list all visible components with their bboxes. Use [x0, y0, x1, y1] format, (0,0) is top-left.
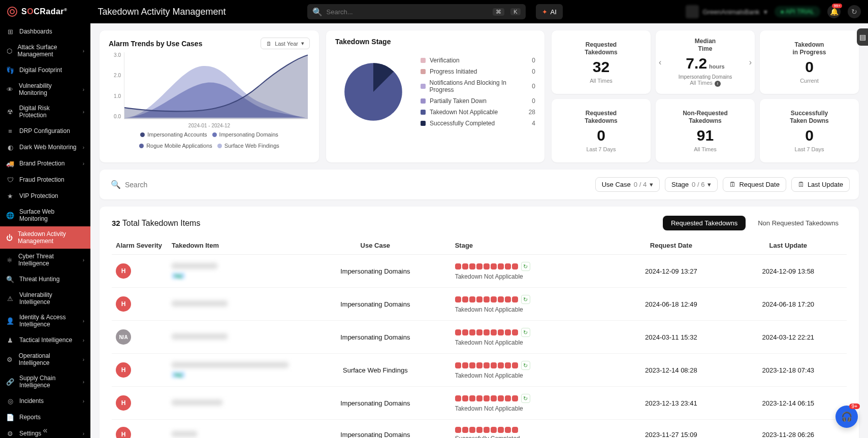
kpi-card: Requested Takedowns32All Times	[552, 30, 651, 94]
stage-donut	[335, 54, 411, 130]
sidebar-item-label: VIP Protection	[19, 192, 58, 199]
next-icon[interactable]: ›	[749, 58, 752, 67]
takedown-item-redacted	[172, 431, 197, 437]
info-icon[interactable]: i	[715, 81, 721, 87]
sidebar-item-vulnerability-monitoring[interactable]: 👁Vulnerability Monitoring›	[0, 78, 90, 100]
sidebar-item-operational-intelligence[interactable]: ⚙Operational Intelligence›	[0, 348, 90, 370]
sidebar-item-vulnerability-intelligence[interactable]: ⚠Vulnerability Intelligence	[0, 287, 90, 310]
trial-badge[interactable]: ● API TRIAL	[775, 6, 820, 17]
table-row[interactable]: H Impersonating Domains ↻Takedown Not Ap…	[112, 387, 847, 420]
global-search[interactable]: 🔍 ⌘ K	[307, 4, 526, 19]
history-button[interactable]: ↻	[848, 5, 861, 18]
sidebar-item-identity-access-intelligence[interactable]: 👤Identity & Access Intelligence›	[0, 310, 90, 332]
tab-non-requested[interactable]: Non Requested Takedowns	[750, 216, 847, 230]
ai-button[interactable]: ✦ AI	[536, 4, 563, 19]
legend-item[interactable]: Rogue Mobile Applications	[139, 143, 212, 149]
chevron-right-icon: ›	[83, 398, 84, 404]
retry-icon[interactable]: ↻	[521, 394, 530, 403]
sidebar-item-dark-web-monitoring[interactable]: ◐Dark Web Monitoring›	[0, 139, 90, 155]
table-row[interactable]: H tag Surface Web Findings ↻Takedown Not…	[112, 354, 847, 387]
notif-count: 99+	[832, 4, 842, 8]
severity-badge: N/A	[116, 329, 131, 345]
alarm-trends-chart: 3.02.01.00.0 2024-01 - 2024-12	[109, 52, 310, 128]
sidebar-item-fraud-protection[interactable]: 🛡Fraud Protection	[0, 172, 90, 188]
retry-icon[interactable]: ↻	[521, 361, 530, 370]
kpi-card: ‹›Median Time7.2hoursImpersonating Domai…	[656, 30, 755, 94]
chevron-right-icon: ›	[83, 161, 84, 166]
sidebar-item-supply-chain-intelligence[interactable]: 🔗Supply Chain Intelligence›	[0, 370, 90, 393]
table-row[interactable]: H Impersonating Domains ↻Takedown Not Ap…	[112, 288, 847, 321]
sidebar-item-brand-protection[interactable]: 🚚Brand Protection›	[0, 155, 90, 172]
table-row[interactable]: H Impersonating Domains Successfully Com…	[112, 420, 847, 439]
calendar-icon: 🗓	[729, 181, 736, 188]
legend-item[interactable]: Impersonating Domains	[212, 131, 278, 138]
chevron-right-icon: ›	[83, 338, 84, 343]
org-name: GreenAnimalsBank	[703, 8, 760, 16]
notifications-button[interactable]: 🔔 99+	[827, 5, 841, 18]
retry-icon[interactable]: ↻	[521, 328, 530, 337]
nav-icon: 🔍	[6, 275, 14, 283]
last-update-cell: 2023-12-14 06:15	[730, 387, 847, 420]
prev-icon[interactable]: ‹	[659, 58, 661, 67]
table-search-input[interactable]	[125, 181, 227, 189]
retry-icon[interactable]: ↻	[521, 262, 530, 271]
column-header[interactable]: Use Case	[300, 237, 451, 255]
filter-stage[interactable]: Stage0 / 6▾	[665, 177, 718, 192]
sidebar-item-cyber-threat-intelligence[interactable]: ⚛Cyber Threat Intelligence›	[0, 249, 90, 271]
support-chat-button[interactable]: 🎧 9+	[835, 406, 858, 428]
chevron-right-icon: ›	[83, 145, 84, 150]
request-date-cell: 2024-06-18 12:49	[613, 288, 729, 321]
legend-swatch	[421, 110, 426, 115]
nav-icon: 👤	[6, 317, 14, 325]
chevron-right-icon: ›	[83, 48, 84, 54]
nav-icon: 🌐	[6, 211, 14, 219]
sidebar-item-reports[interactable]: 📄Reports	[0, 409, 90, 425]
column-header[interactable]: Request Date	[613, 237, 729, 255]
table-row[interactable]: H tag Impersonating Domains ↻Takedown No…	[112, 255, 847, 288]
stage-legend-item: Notifications And Blocking In Progress0	[421, 79, 535, 93]
side-drawer-toggle[interactable]: ▤	[857, 28, 868, 46]
main-content: Alarm Trends by Use Cases 🗓 Last Year ▾ …	[90, 23, 868, 438]
column-header[interactable]: Alarm Severity	[112, 237, 168, 255]
legend-item[interactable]: Surface Web Findings	[217, 143, 279, 149]
sidebar-collapse[interactable]: «	[0, 424, 90, 437]
filter-last-update[interactable]: 🗓Last Update	[791, 177, 850, 192]
sidebar-item-digital-footprint[interactable]: 👣Digital Footprint	[0, 62, 90, 78]
retry-icon[interactable]: ↻	[521, 295, 530, 304]
kpi-value: 32	[593, 58, 609, 76]
sidebar-item-incidents[interactable]: ◎Incidents›	[0, 393, 90, 409]
table-row[interactable]: N/A Impersonating Domains ↻Takedown Not …	[112, 321, 847, 354]
sidebar-item-threat-hunting[interactable]: 🔍Threat Hunting	[0, 271, 90, 287]
search-input[interactable]	[327, 8, 487, 16]
sidebar-item-digital-risk-protection[interactable]: ☢Digital Risk Protection›	[0, 100, 90, 123]
alarm-trends-card: Alarm Trends by Use Cases 🗓 Last Year ▾ …	[100, 30, 319, 162]
column-header[interactable]: Takedown Item	[168, 237, 300, 255]
sidebar-item-dashboards[interactable]: ⊞Dashboards	[0, 23, 90, 40]
table-search[interactable]: 🔍	[109, 177, 590, 192]
sidebar-item-vip-protection[interactable]: ★VIP Protection	[0, 188, 90, 204]
sidebar-item-label: Threat Hunting	[19, 276, 59, 283]
legend-swatch	[421, 84, 426, 89]
use-case-cell: Impersonating Domains	[300, 255, 451, 288]
tab-requested[interactable]: Requested Takedowns	[663, 216, 746, 230]
column-header[interactable]: Stage	[451, 237, 613, 255]
sidebar-item-takedown-activity-management[interactable]: ⏻Takedown Activity Management	[0, 226, 90, 249]
filter-use-case[interactable]: Use Case0 / 4▾	[595, 177, 660, 192]
kbd-cmd: ⌘	[493, 8, 504, 16]
brand-logo[interactable]: SOCRadar®	[7, 7, 67, 17]
filters-bar: 🔍 Use Case0 / 4▾Stage0 / 6▾🗓Request Date…	[100, 170, 859, 199]
sidebar-item-attack-surface-management[interactable]: ⬡Attack Surface Management›	[0, 40, 90, 62]
chevron-right-icon: ›	[83, 379, 84, 385]
sidebar-item-tactical-intelligence[interactable]: ♟Tactical Intelligence›	[0, 332, 90, 348]
sidebar-item-label: Fraud Protection	[19, 176, 65, 183]
legend-item[interactable]: Impersonating Accounts	[140, 131, 207, 138]
sidebar-item-label: Cyber Threat Intelligence	[18, 253, 78, 267]
sidebar-item-drp-configuration[interactable]: ≡DRP Configuration	[0, 123, 90, 139]
sidebar-item-label: Supply Chain Intelligence	[19, 375, 78, 389]
column-header[interactable]: Last Update	[730, 237, 847, 255]
filter-request-date[interactable]: 🗓Request Date	[723, 177, 786, 192]
org-selector[interactable]: GreenAnimalsBank ▾	[686, 5, 767, 18]
date-range-button[interactable]: 🗓 Last Year ▾	[261, 38, 310, 49]
sidebar-item-surface-web-monitoring[interactable]: 🌐Surface Web Monitoring	[0, 204, 90, 226]
chevron-down-icon: ▾	[764, 8, 767, 16]
